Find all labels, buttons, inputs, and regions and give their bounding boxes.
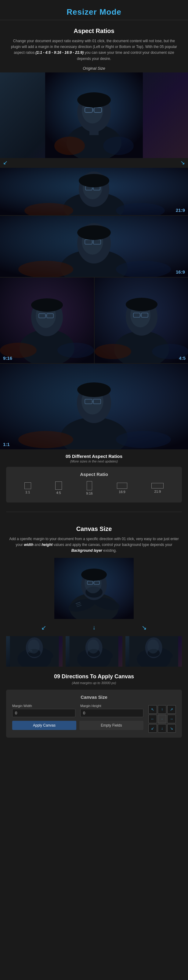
- svg-point-58: [77, 382, 111, 397]
- aspect-box-21-9: [152, 483, 164, 488]
- dir-arrow-right-icon[interactable]: ↘: [142, 624, 147, 631]
- person-svg: [45, 72, 143, 158]
- ratio-9-16-image: 9:16: [0, 278, 94, 363]
- canvas-person-svg: [54, 558, 134, 619]
- ratio-9-16-svg: [0, 278, 94, 363]
- ratio-1-1-container: 1:1: [0, 364, 188, 449]
- thumbnails-row: [0, 634, 188, 669]
- canvas-size-title: Canvas Size: [0, 525, 188, 533]
- ratio-21-9-svg: [0, 168, 188, 215]
- dir-arrow-left-icon[interactable]: ↙: [41, 624, 46, 631]
- aspect-panel-title: Aspect Ratio: [12, 472, 176, 477]
- canvas-controls: Margin Width Margin Height Apply Canvas …: [12, 704, 176, 733]
- ratio-4-5-svg: [95, 278, 188, 363]
- svg-rect-10: [89, 126, 99, 135]
- dir-btn-bottom[interactable]: ↓: [158, 724, 166, 733]
- direction-grid-container: ↖ ↑ ↗ ← · → ↙ ↓ ↘: [149, 704, 176, 733]
- aspect-icon-9-16[interactable]: 9:16: [86, 481, 92, 495]
- ratio-21-9-image: 21:9: [0, 168, 188, 215]
- dir-btn-top[interactable]: ↑: [158, 705, 166, 714]
- page-container: Resizer Mode Aspect Ratios Change your d…: [0, 0, 188, 738]
- svg-point-48: [126, 298, 158, 311]
- aspect-label-16-9: 16:9: [119, 490, 125, 494]
- dir-btn-center[interactable]: ·: [158, 715, 166, 723]
- aspect-ratios-desc: Change your document aspect ratio easimy…: [0, 38, 188, 62]
- margin-width-input[interactable]: [12, 709, 75, 717]
- svg-point-9: [103, 137, 134, 155]
- margin-width-label: Margin Width: [12, 704, 75, 708]
- five-different-label: 05 Different Aspect Ratios: [0, 453, 188, 459]
- resize-arrows: ↙ ↘: [0, 158, 188, 167]
- canvas-inputs: Margin Width Margin Height Apply Canvas …: [12, 704, 144, 730]
- aspect-ratios-title: Aspect Ratios: [0, 27, 188, 35]
- aspect-label-4-5: 4:5: [56, 491, 61, 495]
- dir-btn-topleft[interactable]: ↖: [149, 705, 157, 714]
- canvas-panel: Canvas Size Margin Width Margin Height: [6, 690, 182, 738]
- arrow-bottom-left-icon: ↙: [3, 159, 8, 166]
- dir-btn-bottomleft[interactable]: ↙: [149, 724, 157, 733]
- aspect-icons-row: 1:1 4:5 9:16 16:9: [12, 481, 176, 495]
- ratio-16-9-image: 16:9: [0, 216, 188, 277]
- form-row: Margin Width Margin Height: [12, 704, 144, 717]
- dir-btn-right[interactable]: →: [167, 715, 176, 723]
- svg-point-74: [81, 568, 107, 581]
- aspect-label-21-9: 21:9: [155, 490, 161, 493]
- svg-point-59: [18, 431, 73, 448]
- svg-point-49: [95, 344, 131, 359]
- five-sublabel: (More sizes in the next updates): [0, 460, 188, 463]
- ratio-split-container: 16:9: [0, 216, 188, 363]
- svg-point-90: [88, 640, 99, 654]
- badge-1-1: 1:1: [3, 442, 10, 447]
- ratio-bottom-row: 9:16: [0, 278, 188, 363]
- nine-directions-subtitle: (Add margins up to 30000 px): [0, 681, 188, 685]
- direction-arrows-row: ↙ ↓ ↘: [0, 622, 188, 634]
- aspect-icon-1-1[interactable]: 1:1: [24, 482, 31, 494]
- original-image-container: ↙ ↘: [0, 72, 188, 167]
- thumb-2: [66, 636, 122, 667]
- apply-canvas-button[interactable]: Apply Canvas: [12, 721, 76, 730]
- aspect-box-1-1: [24, 482, 31, 489]
- ratio-4-5-image: 4:5: [95, 278, 188, 363]
- aspect-icon-16-9[interactable]: 16:9: [117, 483, 127, 494]
- page-title: Resizer Mode: [5, 7, 183, 17]
- thumb-3: [125, 636, 182, 667]
- svg-point-38: [31, 298, 63, 312]
- ratio-1-1-svg: [0, 364, 188, 449]
- dir-btn-left[interactable]: ←: [149, 715, 157, 723]
- buttons-row: Apply Canvas Empty Fields: [12, 721, 144, 730]
- dir-btn-topright[interactable]: ↗: [167, 705, 176, 714]
- svg-point-8: [54, 137, 85, 155]
- canvas-panel-title: Canvas Size: [12, 695, 176, 700]
- aspect-icon-4-5[interactable]: 4:5: [55, 482, 62, 495]
- badge-9-16: 9:16: [3, 355, 12, 361]
- margin-height-group: Margin Height: [80, 704, 144, 717]
- canvas-size-section: Canvas Size Add a cpenific margin to you…: [0, 512, 188, 738]
- aspect-ratios-section: Aspect Ratios Change your document aspec…: [0, 27, 188, 503]
- svg-point-7: [77, 92, 111, 108]
- aspect-label-9-16: 9:16: [86, 492, 92, 495]
- original-size-label: Original Size: [0, 66, 188, 71]
- svg-point-28: [77, 225, 111, 240]
- badge-21-9: 21:9: [176, 208, 185, 213]
- aspect-icon-21-9[interactable]: 21:9: [152, 483, 164, 493]
- thumb-2-svg: [66, 636, 122, 667]
- svg-point-97: [147, 640, 159, 654]
- svg-point-18: [79, 174, 109, 188]
- svg-point-40: [57, 343, 94, 358]
- aspect-box-4-5: [55, 482, 62, 490]
- aspect-ratio-panel: Aspect Ratio 1:1 4:5 9:16: [6, 467, 182, 503]
- aspect-box-9-16: [87, 481, 92, 490]
- aspect-box-16-9: [117, 483, 127, 489]
- svg-point-60: [116, 431, 171, 448]
- canvas-main-image: [54, 558, 134, 619]
- dir-btn-bottomright[interactable]: ↘: [167, 724, 176, 733]
- empty-fields-button[interactable]: Empty Fields: [79, 721, 144, 730]
- aspect-label-1-1: 1:1: [25, 490, 30, 494]
- direction-arrows-grid: ↖ ↑ ↗ ← · → ↙ ↓ ↘: [149, 705, 176, 733]
- dir-arrow-down-icon[interactable]: ↓: [92, 624, 96, 631]
- header: Resizer Mode: [0, 0, 188, 20]
- margin-height-input[interactable]: [80, 709, 144, 717]
- canvas-size-desc: Add a cpenific margin to your document f…: [0, 536, 188, 554]
- ratio-1-1-image: 1:1: [0, 364, 188, 449]
- ratio-16-9-svg: [0, 216, 188, 277]
